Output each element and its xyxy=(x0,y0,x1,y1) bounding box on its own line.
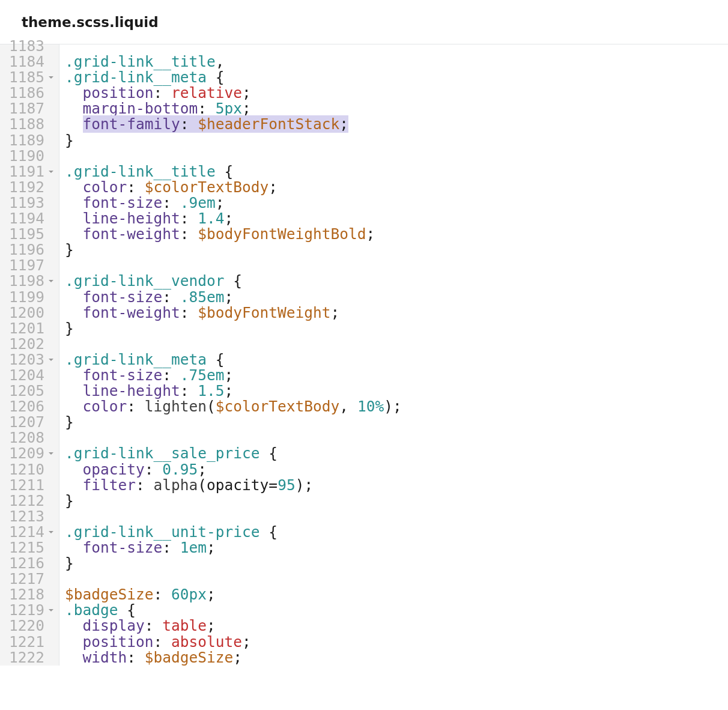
fold-toggle-icon[interactable] xyxy=(48,357,54,363)
code-line[interactable]: position: relative; xyxy=(65,85,728,101)
code-line[interactable]: } xyxy=(65,321,728,336)
code-token: ; xyxy=(242,100,251,117)
code-line[interactable]: display: table; xyxy=(65,618,728,634)
code-line[interactable]: font-family: $headerFontStack; xyxy=(65,117,728,132)
code-token xyxy=(65,461,83,478)
code-line[interactable]: width: $badgeSize; xyxy=(65,650,728,666)
code-line[interactable]: margin-bottom: 5px; xyxy=(65,101,728,117)
line-number-value: 1194 xyxy=(9,210,44,227)
code-token: { xyxy=(268,445,278,462)
fold-toggle-icon[interactable] xyxy=(48,74,54,80)
code-line[interactable] xyxy=(65,148,728,164)
code-line[interactable]: color: $colorTextBody; xyxy=(65,180,728,195)
code-line[interactable]: .grid-link__meta { xyxy=(65,70,728,85)
code-line[interactable]: font-size: .75em; xyxy=(65,368,728,383)
line-number: 1209 xyxy=(0,446,55,461)
code-token: = xyxy=(268,476,278,494)
code-line[interactable]: filter: alpha(opacity=95); xyxy=(65,478,728,493)
code-line[interactable]: .grid-link__title { xyxy=(65,164,728,180)
code-line[interactable]: $badgeSize: 60px; xyxy=(65,587,728,602)
code-line[interactable]: position: absolute; xyxy=(65,634,728,650)
line-number: 1200 xyxy=(0,305,55,321)
code-token xyxy=(65,649,83,666)
line-number: 1201 xyxy=(0,321,55,336)
line-number: 1187 xyxy=(0,101,55,117)
code-line[interactable]: .grid-link__sale_price { xyxy=(65,446,728,461)
code-line[interactable]: .badge { xyxy=(65,602,728,618)
code-token: : xyxy=(154,586,163,603)
code-token: ; xyxy=(207,539,216,556)
code-line[interactable] xyxy=(65,38,728,54)
code-token: color xyxy=(83,398,127,415)
code-token xyxy=(65,476,83,494)
line-number: 1220 xyxy=(0,618,55,634)
code-line[interactable]: } xyxy=(65,242,728,258)
line-number-value: 1186 xyxy=(9,84,44,102)
line-highlight xyxy=(65,556,728,571)
code-line[interactable]: color: lighten($colorTextBody, 10%); xyxy=(65,399,728,414)
code-line[interactable]: .grid-link__meta { xyxy=(65,352,728,368)
code-token: ; xyxy=(331,304,340,321)
code-token xyxy=(65,115,83,133)
code-line[interactable]: line-height: 1.4; xyxy=(65,211,728,226)
tab-filename[interactable]: theme.scss.liquid xyxy=(22,14,159,30)
code-token: ; xyxy=(393,398,402,415)
line-number-value: 1219 xyxy=(9,601,44,619)
code-line[interactable]: line-height: 1.5; xyxy=(65,383,728,399)
code-token: filter xyxy=(83,476,136,494)
code-line[interactable] xyxy=(65,430,728,446)
code-token: : xyxy=(127,178,136,196)
code-line[interactable]: } xyxy=(65,414,728,430)
code-line[interactable]: font-weight: $bodyFontWeight; xyxy=(65,305,728,321)
code-token: : xyxy=(198,100,207,117)
line-number-value: 1189 xyxy=(9,132,44,149)
fold-toggle-icon[interactable] xyxy=(48,529,54,535)
code-line[interactable]: font-weight: $bodyFontWeightBold; xyxy=(65,226,728,242)
code-token: margin-bottom xyxy=(83,100,198,117)
line-number: 1216 xyxy=(0,556,55,571)
line-number: 1221 xyxy=(0,634,55,650)
code-token xyxy=(154,617,163,634)
code-line[interactable]: .grid-link__unit-price { xyxy=(65,524,728,540)
line-number: 1197 xyxy=(0,258,55,273)
line-number: 1206 xyxy=(0,399,55,414)
code-token: } xyxy=(65,241,74,258)
code-token xyxy=(65,617,83,634)
fold-toggle-icon[interactable] xyxy=(48,169,54,175)
line-number-value: 1209 xyxy=(9,445,44,462)
code-token: $colorTextBody xyxy=(216,398,340,415)
code-token: : xyxy=(162,288,171,306)
code-line[interactable] xyxy=(65,509,728,524)
code-line[interactable]: font-size: 1em; xyxy=(65,540,728,556)
line-number-value: 1221 xyxy=(9,633,44,651)
editor-area[interactable]: 1183118411851186118711881189119011911192… xyxy=(0,44,728,666)
line-number: 1214 xyxy=(0,524,55,540)
code-token: : xyxy=(162,539,171,556)
code-line[interactable] xyxy=(65,336,728,352)
code-token: { xyxy=(268,523,278,541)
code-line[interactable]: } xyxy=(65,493,728,509)
fold-toggle-icon[interactable] xyxy=(48,278,54,284)
code-line[interactable]: opacity: 0.95; xyxy=(65,462,728,478)
code-line[interactable]: .grid-link__title, xyxy=(65,54,728,70)
fold-toggle-icon[interactable] xyxy=(48,451,54,457)
line-number-value: 1188 xyxy=(9,115,44,133)
code-line[interactable]: .grid-link__vendor { xyxy=(65,273,728,289)
code-token xyxy=(171,366,180,384)
line-number: 1212 xyxy=(0,493,55,509)
code-token xyxy=(189,304,198,321)
line-number: 1184 xyxy=(0,54,55,70)
line-number: 1202 xyxy=(0,336,55,352)
code-line[interactable] xyxy=(65,571,728,587)
code-line[interactable]: font-size: .9em; xyxy=(65,195,728,211)
code-token xyxy=(207,100,216,117)
fold-toggle-icon[interactable] xyxy=(48,607,54,613)
code-line[interactable] xyxy=(65,258,728,273)
line-number: 1194 xyxy=(0,211,55,226)
code-content[interactable]: .grid-link__title,.grid-link__meta { pos… xyxy=(59,44,728,666)
line-number-value: 1198 xyxy=(9,272,44,290)
code-line[interactable]: font-size: .85em; xyxy=(65,290,728,305)
line-number-value: 1205 xyxy=(9,382,44,399)
code-line[interactable]: } xyxy=(65,556,728,571)
code-line[interactable]: } xyxy=(65,133,728,148)
